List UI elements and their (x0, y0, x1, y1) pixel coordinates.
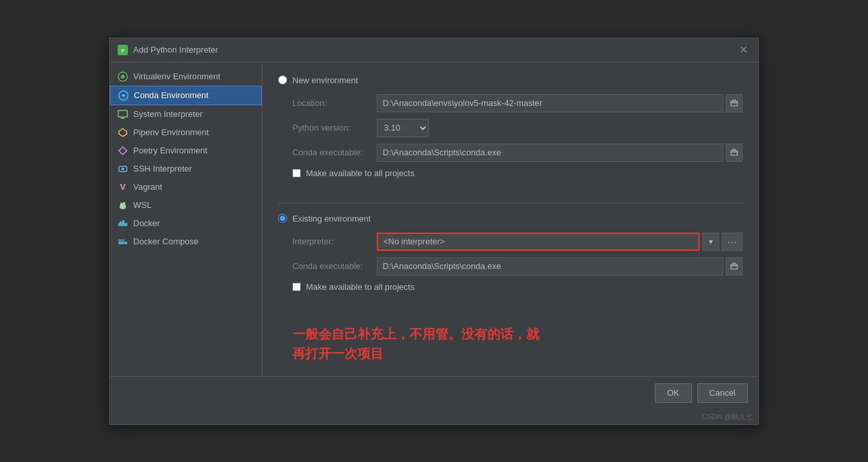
make-available-row-new: Make available to all projects (278, 168, 743, 178)
svg-point-13 (120, 203, 123, 205)
svg-rect-16 (120, 222, 121, 223)
make-available-label-existing: Make available to all projects (306, 282, 415, 292)
ssh-icon (118, 164, 128, 174)
annotation-text: 一般会自己补充上，不用管。没有的话，就 再打开一次项目 (278, 324, 743, 363)
svg-text:P: P (121, 48, 125, 53)
system-icon (118, 109, 128, 120)
svg-marker-9 (119, 147, 127, 155)
app-icon: P (118, 45, 128, 55)
svg-rect-23 (731, 151, 737, 155)
sidebar-item-wsl[interactable]: WSL (110, 196, 262, 214)
dialog-title: Add Python Interpreter (133, 45, 218, 55)
add-python-interpreter-dialog: P Add Python Interpreter ✕ Virtualenv En… (109, 38, 759, 425)
svg-rect-18 (122, 220, 124, 222)
sidebar-item-ssh[interactable]: SSH Interpreter (110, 160, 262, 178)
new-env-radio-row[interactable]: New environment (278, 75, 743, 85)
interpreter-control: ▾ ··· (377, 233, 743, 251)
ok-button[interactable]: OK (655, 383, 692, 403)
existing-env-radio[interactable] (278, 214, 287, 223)
title-bar-left: P Add Python Interpreter (118, 45, 218, 55)
svg-rect-17 (122, 222, 124, 223)
python-version-label: Python version: (292, 123, 377, 133)
sidebar-label-docker: Docker (133, 218, 160, 228)
conda-exe-browse-btn-new[interactable] (726, 144, 743, 162)
poetry-icon (118, 146, 128, 156)
conda-exe-label-new: Conda executable: (292, 148, 377, 157)
svg-rect-22 (731, 101, 737, 106)
conda-exe-input-new[interactable] (377, 144, 723, 162)
new-env-radio[interactable] (278, 75, 287, 84)
docker-compose-icon (118, 237, 128, 247)
interpreter-input[interactable] (377, 233, 700, 251)
svg-point-3 (121, 75, 125, 79)
location-input[interactable] (377, 94, 723, 112)
interpreter-dots-btn[interactable]: ··· (722, 233, 743, 251)
make-available-row-existing: Make available to all projects (278, 282, 743, 292)
conda-exe-control-new (377, 144, 743, 162)
sidebar-item-vagrant[interactable]: V Vagrant (110, 178, 262, 196)
location-browse-btn[interactable] (726, 94, 743, 112)
interpreter-row: Interpreter: ▾ ··· (278, 233, 743, 251)
dialog-footer: OK Cancel (110, 376, 758, 409)
new-env-label: New environment (292, 75, 358, 85)
sidebar-label-wsl: WSL (133, 200, 151, 210)
make-available-checkbox-existing[interactable] (292, 283, 301, 291)
sidebar-label-conda: Conda Environment (134, 90, 209, 100)
svg-rect-15 (118, 223, 127, 226)
title-bar: P Add Python Interpreter ✕ (110, 38, 758, 62)
vagrant-icon: V (118, 182, 128, 192)
new-environment-section: New environment Location: Python version… (278, 75, 743, 185)
existing-environment-section: Existing environment Interpreter: ▾ ··· … (278, 214, 743, 298)
sidebar-label-system: System Interpreter (133, 109, 203, 119)
sidebar-item-conda[interactable]: Conda Environment (110, 86, 262, 105)
python-version-select[interactable]: 3.10 (377, 119, 429, 137)
python-version-row: Python version: 3.10 (278, 119, 743, 137)
conda-exe-row-new: Conda executable: (278, 144, 743, 162)
virtualenv-icon (118, 71, 128, 82)
sidebar-label-poetry: Poetry Environment (133, 146, 207, 155)
sidebar-item-poetry[interactable]: Poetry Environment (110, 142, 262, 160)
svg-point-14 (123, 202, 125, 205)
conda-exe-label-existing: Conda executable: (292, 261, 377, 271)
main-content: New environment Location: Python version… (262, 62, 758, 376)
docker-icon (118, 218, 128, 229)
svg-point-11 (121, 168, 124, 170)
svg-point-21 (125, 242, 127, 244)
sidebar-item-docker[interactable]: Docker (110, 214, 262, 233)
conda-exe-row-existing: Conda executable: (278, 257, 743, 276)
existing-env-radio-row[interactable]: Existing environment (278, 214, 743, 224)
section-divider (278, 203, 743, 203)
location-row: Location: (278, 94, 743, 112)
interpreter-dropdown-btn[interactable]: ▾ (702, 233, 719, 251)
sidebar-label-vagrant: Vagrant (133, 182, 162, 192)
dialog-body: Virtualenv Environment Conda Environment… (110, 62, 758, 376)
conda-icon (118, 90, 129, 101)
watermark: CSDN @顾九七 (110, 409, 758, 424)
conda-exe-input-existing[interactable] (377, 257, 723, 276)
svg-rect-24 (731, 264, 737, 269)
location-label: Location: (292, 98, 377, 108)
interpreter-label: Interpreter: (292, 237, 377, 246)
sidebar-label-ssh: SSH Interpreter (133, 164, 192, 173)
make-available-checkbox-new[interactable] (292, 169, 301, 177)
sidebar-item-virtualenv[interactable]: Virtualenv Environment (110, 68, 262, 86)
existing-env-label: Existing environment (292, 214, 371, 224)
sidebar-item-system[interactable]: System Interpreter (110, 105, 262, 123)
sidebar-item-pipenv[interactable]: Pipenv Environment (110, 123, 262, 142)
python-version-control: 3.10 (377, 119, 743, 137)
close-button[interactable]: ✕ (737, 44, 750, 57)
cancel-button[interactable]: Cancel (697, 383, 748, 403)
location-control (377, 94, 743, 112)
svg-rect-19 (118, 242, 125, 244)
conda-exe-browse-btn-existing[interactable] (726, 257, 743, 276)
make-available-label-new: Make available to all projects (306, 168, 415, 178)
sidebar-item-docker-compose[interactable]: Docker Compose (110, 233, 262, 251)
wsl-icon (118, 200, 128, 211)
conda-exe-control-existing (377, 257, 743, 276)
pipenv-icon (118, 127, 128, 138)
svg-marker-8 (119, 129, 127, 136)
sidebar: Virtualenv Environment Conda Environment… (110, 62, 262, 376)
sidebar-label-docker-compose: Docker Compose (133, 237, 198, 246)
sidebar-label-pipenv: Pipenv Environment (133, 127, 209, 137)
svg-rect-5 (118, 110, 127, 117)
